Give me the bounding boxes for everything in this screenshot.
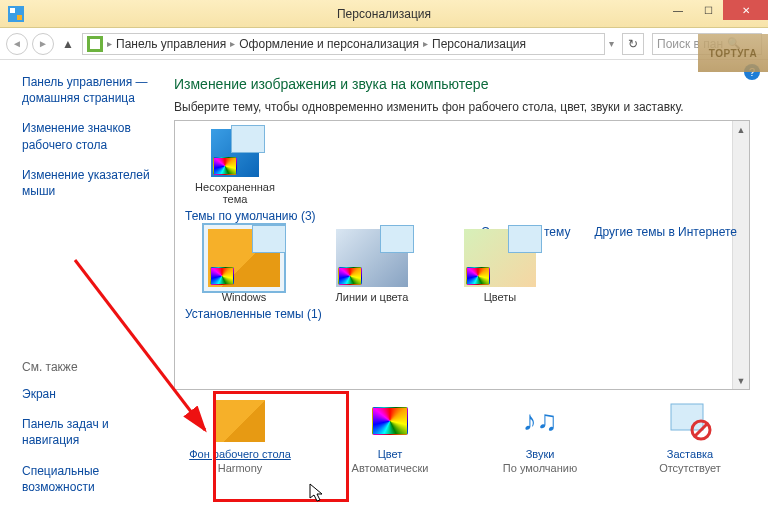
setting-color[interactable]: Цвет Автоматически [330,400,450,474]
theme-windows[interactable]: Windows [185,229,303,303]
window-title: Персонализация [337,7,431,21]
window-buttons: — ☐ ✕ [663,0,768,20]
color-swatch-icon [213,157,237,175]
crumb-leaf[interactable]: Персонализация [432,37,526,51]
svg-rect-2 [17,15,22,20]
desktop-background-value: Harmony [218,462,263,474]
sounds-value: По умолчанию [503,462,577,474]
installed-themes-header: Установленные темы (1) [185,307,722,321]
control-panel-icon [87,36,103,52]
bottom-settings: Фон рабочего стола Harmony Цвет Автомати… [174,400,750,474]
back-button[interactable]: ◄ [6,33,28,55]
maximize-button[interactable]: ☐ [693,0,723,20]
scroll-down-icon[interactable]: ▼ [733,372,749,389]
sidebar-link-home[interactable]: Панель управления — домашняя страница [22,74,156,106]
watermark: ТОРТУГА [698,34,768,72]
crumb-mid[interactable]: Оформление и персонализация [239,37,419,51]
sidebar: Панель управления — домашняя страница Из… [0,60,168,521]
theme-flowers-label: Цветы [484,291,517,303]
sidebar-link-desktop-icons[interactable]: Изменение значков рабочего стола [22,120,156,152]
setting-desktop-background[interactable]: Фон рабочего стола Harmony [180,400,300,474]
scrollbar[interactable]: ▲ ▼ [732,121,749,389]
personalization-icon [8,6,24,22]
themes-box: Несохраненная тема Сохранить тему Другие… [174,120,750,390]
color-link[interactable]: Цвет [330,448,450,460]
titlebar: Персонализация — ☐ ✕ [0,0,768,28]
setting-sounds[interactable]: ♪♫ Звуки По умолчанию [480,400,600,474]
sidebar-link-accessibility[interactable]: Специальные возможности [22,463,156,495]
theme-unsaved-label: Несохраненная тема [195,181,275,205]
theme-flowers[interactable]: Цветы [441,229,559,303]
svg-text:♪♫: ♪♫ [523,405,558,436]
up-button[interactable]: ▲ [58,34,78,54]
page-header: Изменение изображения и звука на компьют… [174,76,750,92]
svg-rect-4 [90,39,100,49]
screensaver-icon [665,400,715,442]
svg-rect-6 [671,404,703,430]
color-swatch-icon [210,267,234,285]
page-subtext: Выберите тему, чтобы одновременно измени… [174,100,750,114]
color-value: Автоматически [352,462,429,474]
theme-lines[interactable]: Линии и цвета [313,229,431,303]
theme-unsaved[interactable]: Несохраненная тема [185,129,285,205]
theme-lines-label: Линии и цвета [336,291,409,303]
refresh-button[interactable]: ↻ [622,33,644,55]
main-panel: Изменение изображения и звука на компьют… [168,60,768,521]
sidebar-link-mouse-pointers[interactable]: Изменение указателей мыши [22,167,156,199]
color-swatch-icon [338,267,362,285]
more-themes-link[interactable]: Другие темы в Интернете [594,225,732,239]
desktop-background-link[interactable]: Фон рабочего стола [180,448,300,460]
close-button[interactable]: ✕ [723,0,768,20]
svg-rect-1 [10,8,15,13]
screensaver-value: Отсутствует [659,462,721,474]
sidebar-link-display[interactable]: Экран [22,386,156,402]
scroll-up-icon[interactable]: ▲ [733,121,749,138]
crumb-root[interactable]: Панель управления [116,37,226,51]
sounds-icon: ♪♫ [515,400,565,442]
see-also-header: См. также [22,360,156,374]
forward-button[interactable]: ► [32,33,54,55]
sounds-link[interactable]: Звуки [480,448,600,460]
color-swatch-icon [466,267,490,285]
default-themes-header: Темы по умолчанию (3) [185,209,722,223]
setting-screensaver[interactable]: Заставка Отсутствует [630,400,750,474]
navbar: ◄ ► ▲ ▸ Панель управления ▸ Оформление и… [0,28,768,60]
screensaver-link[interactable]: Заставка [630,448,750,460]
breadcrumb[interactable]: ▸ Панель управления ▸ Оформление и персо… [82,33,605,55]
minimize-button[interactable]: — [663,0,693,20]
sidebar-link-taskbar[interactable]: Панель задач и навигация [22,416,156,448]
